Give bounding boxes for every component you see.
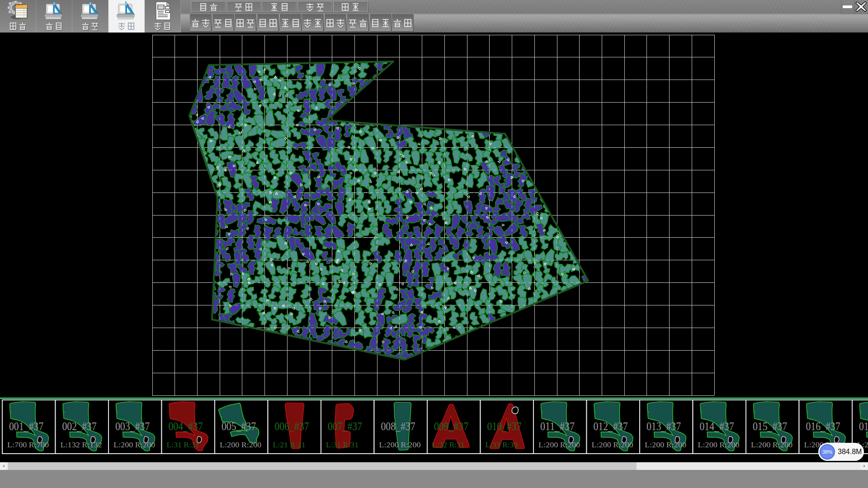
svg-text:L:21 R:21: L:21 R:21 bbox=[273, 441, 306, 449]
svg-text:016_#37: 016_#37 bbox=[806, 420, 840, 432]
svg-text:L:31 R:31: L:31 R:31 bbox=[326, 441, 359, 449]
svg-text:L:200 R:200: L:200 R:200 bbox=[538, 441, 580, 449]
svg-text:L:33 R:33: L:33 R:33 bbox=[486, 441, 518, 449]
svg-text:006_#37: 006_#37 bbox=[275, 420, 309, 432]
svg-text:L:132 R:132: L:132 R:132 bbox=[61, 441, 102, 449]
svg-text:L:200 R:200: L:200 R:200 bbox=[379, 441, 421, 449]
svg-text:L:200 R:200: L:200 R:200 bbox=[220, 441, 261, 449]
svg-text:004_#37: 004_#37 bbox=[169, 420, 203, 432]
svg-text:L:200 R:200: L:200 R:200 bbox=[751, 441, 793, 449]
svg-text:009_#37: 009_#37 bbox=[434, 420, 468, 432]
svg-text:L:32 R:31: L:32 R:31 bbox=[432, 441, 465, 449]
svg-text:013_#37: 013_#37 bbox=[646, 420, 681, 432]
svg-text:L:200 R:200: L:200 R:200 bbox=[113, 441, 155, 449]
svg-text:002_#37: 002_#37 bbox=[62, 420, 97, 432]
svg-text:010_#37: 010_#37 bbox=[487, 420, 522, 432]
svg-text:L:700 R:700: L:700 R:700 bbox=[7, 441, 49, 449]
svg-text:007_#37: 007_#37 bbox=[328, 420, 362, 432]
svg-text:012_#37: 012_#37 bbox=[594, 420, 628, 432]
svg-text:L:31 R:31: L:31 R:31 bbox=[167, 441, 199, 449]
svg-text:011_#37: 011_#37 bbox=[540, 420, 575, 432]
svg-text:005_#37: 005_#37 bbox=[222, 420, 256, 432]
svg-text:015_#37: 015_#37 bbox=[753, 420, 787, 432]
svg-text:L:200 R:200: L:200 R:200 bbox=[592, 441, 633, 449]
svg-text:001_#37: 001_#37 bbox=[9, 420, 43, 432]
svg-text:014_#37: 014_#37 bbox=[700, 420, 734, 432]
svg-text:003_#37: 003_#37 bbox=[115, 420, 150, 432]
svg-text:008_#37: 008_#37 bbox=[381, 420, 415, 432]
svg-text:L:200 R:200: L:200 R:200 bbox=[645, 441, 686, 449]
svg-text:L:200 R:200: L:200 R:200 bbox=[698, 441, 740, 449]
svg-text:017_#37: 017_#37 bbox=[859, 420, 868, 432]
